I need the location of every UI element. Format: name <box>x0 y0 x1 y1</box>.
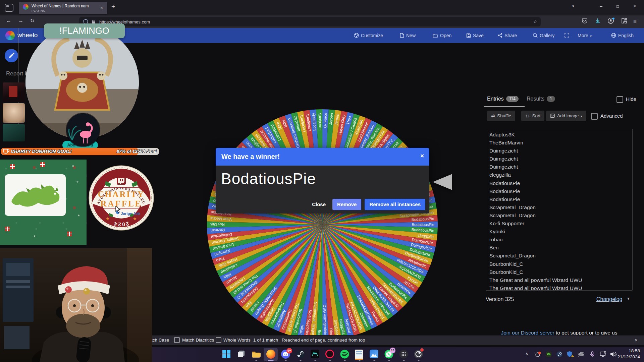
firefox-icon[interactable] <box>266 350 276 359</box>
menu-share[interactable]: Share <box>498 33 517 38</box>
entry-row[interactable]: BodatiousPie <box>486 179 632 187</box>
dragon-logo-card <box>5 174 66 216</box>
tab-media-status[interactable]: PLAYING <box>32 9 46 12</box>
downloads-icon[interactable] <box>594 17 603 26</box>
window-maximize-button[interactable]: □ <box>616 4 619 9</box>
entry-row[interactable]: robau <box>486 236 632 244</box>
entry-row[interactable]: The Great and all powerful Wizard UWU <box>486 276 632 284</box>
wheel-logo-icon[interactable] <box>5 31 15 40</box>
name-wheel[interactable]: G- ForceJeroenJeroenHayes GreyTheoJonath… <box>206 109 438 341</box>
tray-microphone-icon[interactable] <box>589 351 596 358</box>
menu-save[interactable]: Save <box>466 33 484 38</box>
entry-row[interactable]: Duimgezicht <box>486 155 632 163</box>
site-brand[interactable]: wheelo <box>17 32 38 39</box>
entry-row[interactable]: BodatiousPie <box>486 187 632 195</box>
obs-icon[interactable] <box>414 350 423 359</box>
whole-words-checkbox[interactable] <box>216 337 221 343</box>
extensions-icon[interactable] <box>620 17 629 26</box>
whatsapp-icon[interactable]: 15 <box>384 350 394 359</box>
changelog-chevron-icon[interactable]: ▾ <box>627 296 630 301</box>
entry-row[interactable]: cleggzilla <box>486 171 632 179</box>
window-minimize-button[interactable]: – <box>600 3 602 9</box>
menu-customize[interactable]: Customize <box>354 33 383 38</box>
forward-button[interactable]: → <box>18 18 23 24</box>
entries-list[interactable]: Adaptus3KTheBirdMarvinDuimgezichtDuimgez… <box>486 129 633 291</box>
close-button[interactable]: Close <box>309 199 329 210</box>
file-explorer-icon[interactable] <box>252 350 261 359</box>
entry-row[interactable]: The Great and all powerful Wizard UWU <box>486 284 632 291</box>
tray-security-shield-icon[interactable] <box>567 351 574 358</box>
spotify-icon[interactable] <box>340 350 350 359</box>
entry-row[interactable]: Ko-fi Supporter <box>486 220 632 228</box>
url-bar[interactable]: https://wheelofnames.com ☆ <box>79 17 541 26</box>
remove-button[interactable]: Remove <box>332 199 361 210</box>
entry-row[interactable]: Scrapmetal_Dragon <box>486 212 632 220</box>
edit-pencil-button[interactable] <box>5 49 18 62</box>
task-view-button[interactable] <box>237 350 246 359</box>
tab-entries[interactable]: Entries114 <box>487 96 519 102</box>
notes-app-icon[interactable] <box>355 350 364 359</box>
tray-display-icon[interactable] <box>600 351 606 358</box>
window-close-button[interactable]: × <box>633 3 636 9</box>
entry-row[interactable]: Kyouki <box>486 228 632 236</box>
reload-button[interactable]: ↻ <box>30 18 35 24</box>
browser-tab[interactable]: Wheel of Names | Random nam PLAYING × <box>19 2 107 14</box>
entry-row[interactable]: Ben <box>486 244 632 252</box>
account-icon[interactable] <box>607 17 616 26</box>
menu-new[interactable]: New <box>400 33 416 38</box>
tray-volume-icon[interactable] <box>610 351 616 358</box>
changelog-link[interactable]: Changelog <box>596 296 622 302</box>
hide-checkbox[interactable] <box>616 96 623 103</box>
match-case-label[interactable]: tch Case <box>151 338 169 343</box>
match-diacritics-checkbox[interactable] <box>174 337 180 343</box>
entry-row[interactable]: BourbonKid_C <box>486 268 632 276</box>
list-tabs-icon[interactable]: ▾ <box>572 4 574 8</box>
match-diacritics-label[interactable]: Match Diacritics <box>182 338 214 343</box>
clock-time[interactable]: 18:58 <box>629 348 640 353</box>
tray-app-icon[interactable] <box>535 351 541 358</box>
grid-app-icon[interactable] <box>399 350 409 359</box>
add-image-button[interactable]: Add image▾ <box>546 111 586 121</box>
whole-words-label[interactable]: Whole Words <box>223 338 251 343</box>
advanced-checkbox[interactable] <box>591 113 598 120</box>
menu-more[interactable]: More▾ <box>578 33 592 38</box>
photos-icon[interactable] <box>370 350 379 359</box>
tray-steam-icon[interactable] <box>556 351 563 358</box>
clock-date[interactable]: 21/12/2024 <box>617 354 640 359</box>
firefox-view-icon[interactable] <box>5 4 13 12</box>
discord-icon[interactable]: 9+ <box>281 350 290 359</box>
discord-link[interactable]: Join our Discord server <box>501 330 554 336</box>
fullscreen-icon[interactable] <box>564 33 572 38</box>
entry-row[interactable]: TheBirdMarvin <box>486 139 632 147</box>
shuffle-button[interactable]: ⇄Shuffle <box>487 111 515 121</box>
findbar-close-icon[interactable]: × <box>635 337 638 343</box>
steam-icon[interactable] <box>296 350 305 359</box>
tray-onedrive-icon[interactable] <box>578 351 584 358</box>
entry-row[interactable]: Duimgezicht <box>486 163 632 171</box>
bookmark-star-icon[interactable]: ☆ <box>533 19 537 24</box>
entry-row[interactable]: Duimgezicht <box>486 147 632 155</box>
tray-chevron-up-icon[interactable]: ∧ <box>525 351 528 356</box>
entry-row[interactable]: BourbonKid_C <box>486 260 632 268</box>
entry-row[interactable]: BodatiousPie <box>486 195 632 203</box>
menu-gallery[interactable]: Gallery <box>533 33 554 38</box>
sort-button[interactable]: ↑↓Sort <box>521 111 544 121</box>
menu-open[interactable]: Open <box>433 33 451 38</box>
tab-results[interactable]: Results1 <box>527 96 555 102</box>
pocket-icon[interactable] <box>581 17 590 26</box>
start-button[interactable] <box>222 350 231 359</box>
entry-row[interactable]: Scrapmetal_Dragon <box>486 252 632 260</box>
remove-all-instances-button[interactable]: Remove all instances <box>365 199 425 210</box>
entry-row[interactable]: Adaptus3K <box>486 131 632 139</box>
tab-close-icon[interactable]: × <box>99 5 105 11</box>
screen: Wheel of Names | Random nam PLAYING × + … <box>0 0 644 362</box>
menu-hamburger-icon[interactable]: ≡ <box>633 18 637 25</box>
tray-recorder-icon[interactable] <box>545 351 552 358</box>
entry-row[interactable]: Scrapmetal_Dragon <box>486 203 632 212</box>
opera-gx-icon[interactable] <box>325 350 335 359</box>
menu-language[interactable]: English <box>611 33 634 38</box>
back-button[interactable]: ← <box>6 18 11 24</box>
dialog-close-icon[interactable]: × <box>420 152 424 160</box>
new-tab-button[interactable]: + <box>111 3 115 10</box>
voicemod-icon[interactable] <box>311 350 320 359</box>
